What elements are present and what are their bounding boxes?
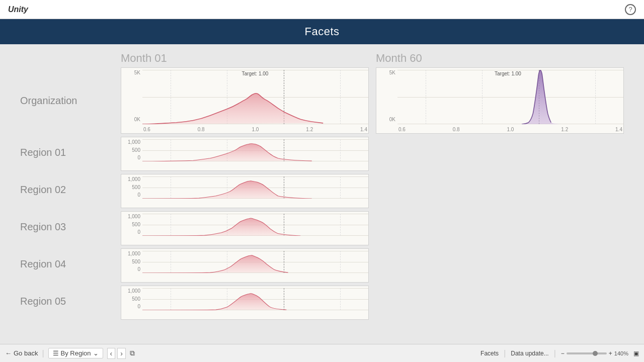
region01-svg bbox=[142, 139, 368, 161]
region-02-label: Region 02 bbox=[20, 171, 121, 208]
zoom-minus-icon[interactable]: − bbox=[561, 350, 565, 357]
region-04-label: Region 04 bbox=[20, 245, 121, 283]
region01-inner bbox=[142, 139, 368, 161]
charts-area: Month 01 5K 0K bbox=[121, 49, 624, 344]
separator3: | bbox=[554, 349, 556, 358]
separator2: | bbox=[504, 349, 506, 358]
page-header: Facets bbox=[0, 19, 644, 44]
help-icon[interactable]: ? bbox=[625, 4, 636, 15]
region-03-label: Region 03 bbox=[20, 208, 121, 245]
zoom-control[interactable]: − + 140% bbox=[561, 350, 628, 357]
separator1: | bbox=[42, 349, 44, 358]
region-05-label: Region 05 bbox=[20, 283, 121, 320]
org-chart60-inner: Target: 1.00 bbox=[397, 70, 623, 124]
region02-svg bbox=[142, 176, 368, 199]
month01-header: Month 01 bbox=[121, 49, 369, 67]
org-chart60-xaxis: 0.6 0.8 1.0 1.2 1.4 bbox=[397, 127, 623, 132]
zoom-label: 140% bbox=[614, 350, 628, 356]
org-chart01-svg bbox=[142, 70, 368, 124]
top-bar: Unity ? bbox=[0, 0, 644, 19]
nav-next-button[interactable]: › bbox=[117, 348, 126, 359]
org-chart60-yaxis: 5K 0K bbox=[376, 68, 397, 123]
back-arrow-icon: ← bbox=[5, 349, 12, 357]
region05-yaxis: 1,000 500 0 bbox=[121, 286, 142, 310]
bottom-left-controls: ← Go back | ☰ By Region ⌄ ‹ › ⧉ bbox=[5, 348, 476, 359]
region05-month60-empty bbox=[376, 286, 624, 320]
region01-chart-month01: 1,000 500 0 bbox=[121, 137, 369, 171]
org-chart-month01: 5K 0K Target: 1.00 bbox=[121, 67, 369, 134]
region05-inner bbox=[142, 288, 368, 310]
row-labels: Organization Region 01 Region 02 Region … bbox=[20, 49, 121, 344]
org-chart01-xaxis: 0.6 0.8 1.0 1.2 1.4 bbox=[142, 127, 368, 132]
org-chart01-yaxis: 5K 0K bbox=[121, 68, 142, 123]
region02-chart-month01: 1,000 500 0 bbox=[121, 174, 369, 208]
region03-inner bbox=[142, 214, 368, 236]
region-01-label: Region 01 bbox=[20, 134, 121, 171]
zoom-thumb bbox=[593, 351, 598, 356]
region04-month60-empty bbox=[376, 248, 624, 283]
by-region-button[interactable]: ☰ By Region ⌄ bbox=[48, 348, 103, 358]
zoom-slider[interactable] bbox=[567, 352, 607, 354]
month01-col: Month 01 5K 0K bbox=[121, 49, 369, 344]
region05-svg bbox=[142, 288, 368, 310]
nav-prev-button[interactable]: ‹ bbox=[107, 348, 116, 359]
month60-col: Month 60 5K 0K Tar bbox=[376, 49, 624, 344]
data-update-label: Data update... bbox=[511, 350, 548, 357]
organization-label: Organization bbox=[20, 67, 121, 134]
org-chart60-svg bbox=[397, 70, 623, 124]
region04-chart-month01: 1,000 500 0 bbox=[121, 248, 369, 283]
region03-yaxis: 1,000 500 0 bbox=[121, 212, 142, 236]
zoom-plus-icon[interactable]: + bbox=[609, 350, 612, 357]
by-region-label: By Region bbox=[61, 349, 91, 357]
region05-chart-month01: 1,000 500 0 bbox=[121, 286, 369, 320]
main-content: Organization Region 01 Region 02 Region … bbox=[0, 44, 644, 344]
org-chart-month60: 5K 0K Target: 1.00 bbox=[376, 67, 624, 134]
region02-yaxis: 1,000 500 0 bbox=[121, 174, 142, 199]
region04-yaxis: 1,000 500 0 bbox=[121, 249, 142, 273]
bottom-bar: ← Go back | ☰ By Region ⌄ ‹ › ⧉ Facets |… bbox=[0, 344, 644, 362]
facets-label: Facets bbox=[480, 350, 499, 357]
go-back-button[interactable]: ← Go back bbox=[5, 349, 38, 357]
layout-icon: ▣ bbox=[633, 350, 639, 357]
bottom-right-info: Facets | Data update... | − + 140% ▣ bbox=[480, 349, 639, 358]
region04-inner bbox=[142, 251, 368, 273]
region02-month60-empty bbox=[376, 174, 624, 208]
region03-month60-empty bbox=[376, 211, 624, 245]
region01-month60-empty bbox=[376, 137, 624, 171]
region03-svg bbox=[142, 214, 368, 236]
spacer bbox=[20, 49, 121, 67]
region02-inner bbox=[142, 176, 368, 199]
month60-header: Month 60 bbox=[376, 49, 624, 67]
region03-chart-month01: 1,000 500 0 bbox=[121, 211, 369, 245]
chevron-down-icon: ⌄ bbox=[93, 349, 99, 357]
go-back-label: Go back bbox=[14, 349, 38, 357]
app-logo: Unity bbox=[8, 5, 28, 14]
region04-svg bbox=[142, 251, 368, 273]
org-chart01-inner: Target: 1.00 bbox=[142, 70, 368, 124]
expand-button[interactable]: ⧉ bbox=[130, 349, 135, 357]
list-icon: ☰ bbox=[53, 349, 59, 357]
region01-yaxis: 1,000 500 0 bbox=[121, 137, 142, 161]
nav-arrows: ‹ › bbox=[107, 348, 126, 359]
